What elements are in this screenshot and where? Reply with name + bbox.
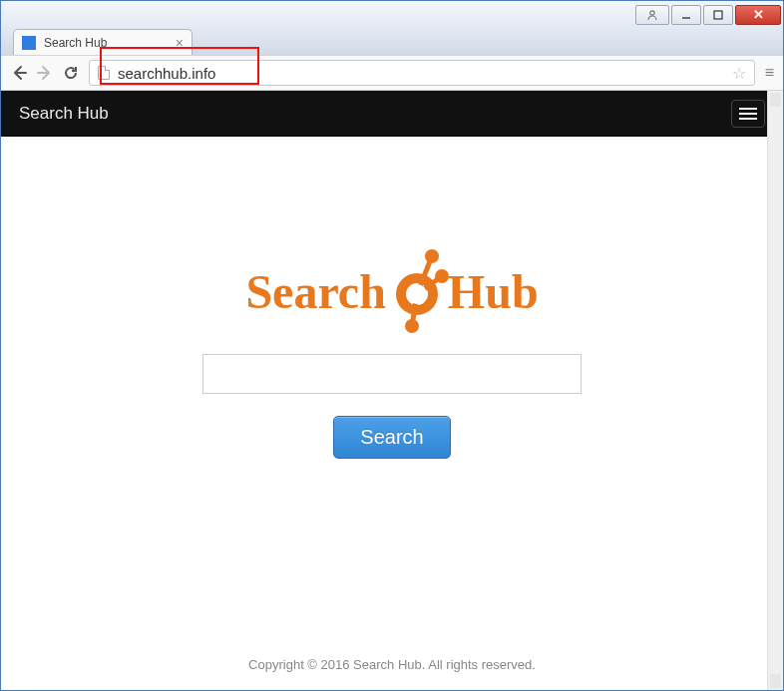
search-input[interactable] bbox=[202, 354, 582, 394]
browser-tab[interactable]: Search Hub × bbox=[13, 29, 193, 55]
maximize-icon bbox=[713, 10, 723, 20]
maximize-button[interactable] bbox=[703, 5, 733, 25]
reload-icon bbox=[63, 65, 79, 81]
page-icon bbox=[98, 66, 110, 80]
minimize-icon bbox=[681, 10, 691, 20]
svg-point-0 bbox=[650, 10, 654, 14]
arrow-right-icon bbox=[37, 65, 53, 81]
tab-close-button[interactable]: × bbox=[176, 35, 184, 51]
footer-text: Copyright © 2016 Search Hub. All rights … bbox=[1, 657, 783, 672]
bookmark-star-button[interactable]: ☆ bbox=[732, 64, 746, 83]
user-button[interactable] bbox=[635, 5, 669, 25]
site-title: Search Hub bbox=[19, 104, 109, 124]
page-viewport: Search Hub Search Hub Search Copyright bbox=[1, 91, 783, 690]
back-button[interactable] bbox=[11, 65, 27, 81]
search-button[interactable]: Search bbox=[333, 416, 450, 459]
site-menu-button[interactable] bbox=[731, 100, 765, 128]
window-titlebar: ✕ bbox=[1, 1, 783, 29]
svg-point-10 bbox=[407, 284, 427, 304]
arrow-left-icon bbox=[11, 65, 27, 81]
address-bar-text: searchhub.info bbox=[118, 65, 732, 82]
logo-text-search: Search bbox=[245, 264, 385, 319]
favicon-icon bbox=[22, 36, 36, 50]
close-icon: ✕ bbox=[753, 7, 764, 22]
address-bar[interactable]: searchhub.info ☆ bbox=[89, 60, 755, 86]
user-icon bbox=[646, 9, 658, 21]
vertical-scrollbar[interactable] bbox=[767, 91, 783, 690]
tab-strip: Search Hub × bbox=[1, 27, 783, 55]
svg-rect-2 bbox=[714, 11, 722, 19]
logo: Search Hub bbox=[245, 246, 538, 336]
menu-icon: ≡ bbox=[765, 64, 773, 81]
close-window-button[interactable]: ✕ bbox=[735, 5, 781, 25]
reload-button[interactable] bbox=[63, 65, 79, 81]
minimize-button[interactable] bbox=[671, 5, 701, 25]
browser-menu-button[interactable]: ≡ bbox=[765, 64, 773, 82]
main-content: Search Hub Search bbox=[1, 137, 783, 459]
hamburger-icon bbox=[739, 108, 757, 110]
site-header: Search Hub bbox=[1, 91, 783, 137]
logo-text-hub: Hub bbox=[448, 264, 539, 319]
forward-button[interactable] bbox=[37, 65, 53, 81]
browser-toolbar: searchhub.info ☆ ≡ bbox=[1, 55, 783, 91]
hub-icon bbox=[382, 246, 452, 336]
tab-title: Search Hub bbox=[44, 36, 170, 50]
